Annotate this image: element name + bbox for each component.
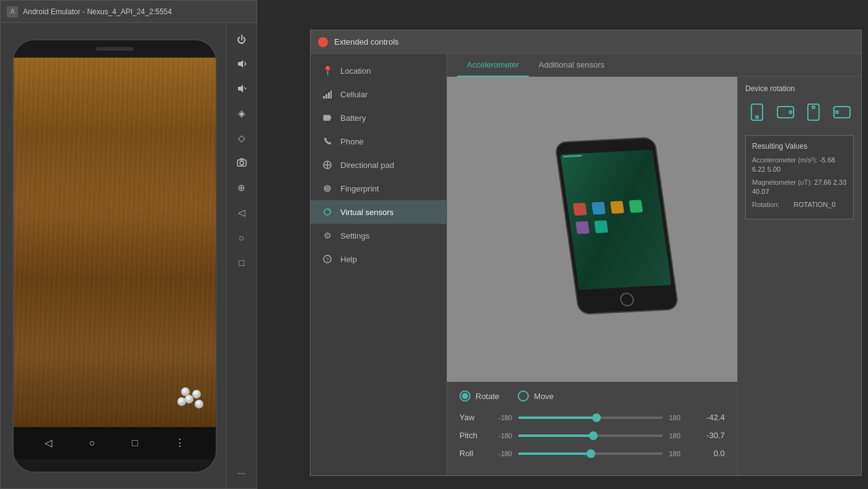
power-toolbar-btn[interactable]: ⏻ — [231, 28, 253, 50]
tab-additional-sensors[interactable]: Additional sensors — [529, 54, 614, 77]
wood-texture — [14, 58, 216, 427]
screenshot-toolbar-btn[interactable] — [231, 152, 253, 174]
back-toolbar-btn[interactable]: ◁ — [231, 201, 253, 224]
emulator-body: ◁ ○ □ ⋮ ⏻ ◈ ◇ — [1, 23, 257, 488]
home-nav-btn[interactable]: ○ — [89, 438, 95, 449]
ext-main: Accelerometer Additional sensors — [447, 54, 861, 475]
rotate-cw-toolbar-btn[interactable]: ◈ — [231, 102, 253, 125]
yaw-slider-thumb[interactable] — [592, 413, 601, 422]
volume-up-toolbar-btn[interactable] — [231, 53, 253, 75]
svg-point-37 — [789, 111, 792, 113]
phone-top — [14, 40, 216, 58]
ext-body: 📍 Location Cellular Battery — [311, 54, 861, 475]
ball-5 — [181, 387, 190, 396]
menu-nav-btn[interactable]: ⋮ — [175, 437, 185, 449]
rotate-ccw-toolbar-btn[interactable]: ◇ — [231, 127, 253, 149]
rotate-radio[interactable] — [459, 390, 471, 402]
volume-down-toolbar-btn[interactable] — [231, 77, 253, 100]
svg-text:?: ? — [326, 257, 329, 263]
rotation-label: Rotation: — [752, 201, 779, 208]
zoom-toolbar-btn[interactable]: ⊕ — [231, 177, 253, 199]
portrait-reverse-icon[interactable] — [802, 100, 826, 124]
roll-value: 0.0 — [694, 449, 725, 458]
nav-item-settings[interactable]: ⚙ Settings — [311, 224, 446, 247]
ball-3 — [192, 390, 201, 399]
phone-navbar: ◁ ○ □ ⋮ — [14, 427, 216, 459]
pitch-label: Pitch — [459, 431, 484, 440]
roll-slider-track[interactable] — [518, 452, 663, 455]
nav-item-phone[interactable]: Phone — [311, 130, 446, 153]
landscape-right-icon[interactable] — [830, 100, 854, 124]
svg-marker-3 — [238, 85, 243, 92]
rotation-value: ROTATION_0 — [794, 201, 835, 208]
pitch-min: -180 — [490, 432, 512, 439]
svg-point-39 — [812, 106, 815, 108]
rotation-row: Rotation: ROTATION_0 — [752, 200, 847, 209]
svg-point-41 — [836, 111, 838, 113]
virtual-sensors-icon — [322, 206, 333, 218]
overview-toolbar-btn[interactable]: □ — [231, 251, 253, 273]
yaw-label: Yaw — [459, 413, 484, 422]
extended-controls-window: Extended controls 📍 Location Cellular — [310, 30, 862, 476]
landscape-left-icon[interactable] — [774, 100, 797, 124]
svg-rect-10 — [330, 90, 332, 99]
rotation-icons — [745, 100, 854, 124]
svg-point-18 — [326, 187, 329, 190]
svg-rect-13 — [325, 117, 329, 120]
emulator-window: A Android Emulator - Nexus_4_API_24_2:55… — [0, 0, 257, 489]
move-radio[interactable] — [518, 390, 529, 402]
nav-item-fingerprint[interactable]: Fingerprint — [311, 177, 446, 200]
yaw-max: 180 — [669, 414, 688, 421]
rotate-option[interactable]: Rotate — [459, 390, 499, 402]
magnetometer-label: Magnetometer (uT): — [752, 178, 812, 186]
portrait-icon[interactable] — [745, 100, 769, 124]
device-rotation-title: Device rotation — [745, 84, 854, 93]
home-toolbar-btn[interactable]: ○ — [231, 226, 253, 249]
phone-device: ◁ ○ □ ⋮ — [12, 39, 217, 473]
side-toolbar: ⏻ ◈ ◇ ⊕ ◁ ○ □ ··· — [226, 23, 257, 488]
rotate-move-row: Rotate Move — [459, 390, 725, 402]
more-toolbar-btn[interactable]: ··· — [231, 461, 253, 483]
ext-tabs: Accelerometer Additional sensors — [447, 54, 861, 77]
yaw-min: -180 — [490, 414, 512, 421]
move-option[interactable]: Move — [518, 390, 554, 402]
emulator-titlebar: A Android Emulator - Nexus_4_API_24_2:55… — [1, 1, 257, 23]
emulator-title: Android Emulator - Nexus_4_API_24_2:5554 — [23, 7, 250, 16]
svg-point-19 — [327, 188, 328, 189]
phone-bottom — [14, 459, 216, 472]
roll-label: Roll — [459, 449, 484, 458]
roll-max: 180 — [669, 450, 688, 457]
svg-rect-9 — [328, 92, 330, 99]
accelerometer-label: Accelerometer (m/s²): — [752, 156, 818, 164]
roll-slider-thumb[interactable] — [587, 449, 595, 458]
svg-rect-25 — [560, 150, 671, 290]
move-label: Move — [534, 392, 554, 401]
svg-point-5 — [240, 161, 244, 165]
pitch-value: -30.7 — [694, 431, 725, 440]
svg-rect-29 — [591, 202, 606, 215]
recent-nav-btn[interactable]: □ — [132, 438, 138, 449]
ext-title: Extended controls — [334, 37, 399, 46]
fingerprint-icon — [322, 183, 333, 194]
phone-visualization — [447, 77, 737, 382]
ball-1 — [195, 400, 203, 408]
nav-item-location[interactable]: 📍 Location — [311, 59, 446, 82]
battery-icon — [322, 112, 333, 123]
nav-item-cellular[interactable]: Cellular — [311, 82, 446, 106]
nav-item-help[interactable]: ? Help — [311, 247, 446, 271]
roll-min: -180 — [490, 450, 512, 457]
nav-item-battery[interactable]: Battery — [311, 106, 446, 130]
nav-item-directional-pad[interactable]: Directional pad — [311, 153, 446, 177]
pitch-slider-track[interactable] — [518, 434, 663, 437]
close-button[interactable] — [318, 37, 328, 47]
nav-item-virtual-sensors[interactable]: Virtual sensors — [311, 200, 446, 224]
yaw-slider-track[interactable] — [518, 416, 663, 419]
emulator-content: ◁ ○ □ ⋮ — [1, 23, 226, 488]
magnetometer-row: Magnetometer (uT): 27.66 2.33 40.07 — [752, 178, 847, 197]
svg-rect-12 — [330, 117, 331, 119]
back-nav-btn[interactable]: ◁ — [45, 437, 52, 449]
tab-accelerometer[interactable]: Accelerometer — [457, 54, 529, 77]
svg-rect-30 — [610, 201, 624, 214]
directional-pad-icon — [322, 159, 333, 170]
pitch-slider-thumb[interactable] — [589, 431, 598, 440]
